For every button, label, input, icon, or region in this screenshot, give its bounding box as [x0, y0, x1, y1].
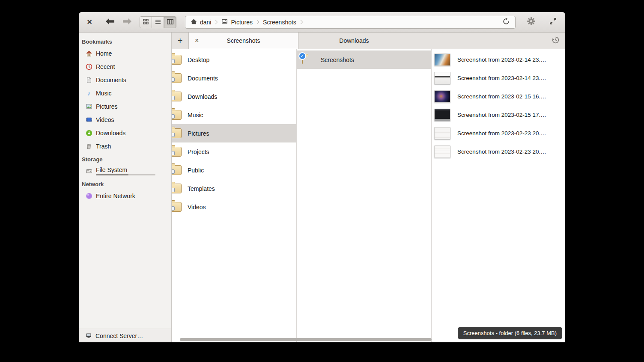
folder-row-templates[interactable]: Templates — [172, 179, 296, 198]
sidebar-item-music[interactable]: ♪ Music — [79, 86, 171, 100]
folder-row-desktop[interactable]: Desktop — [172, 50, 296, 69]
sidebar-item-label: Music — [96, 90, 112, 97]
connect-server-label: Connect Server… — [95, 332, 143, 339]
folder-row-downloads[interactable]: Downloads — [172, 87, 296, 106]
sidebar-item-videos[interactable]: Videos — [79, 113, 171, 126]
folder-row-music[interactable]: Music — [172, 106, 296, 124]
folder-icon — [172, 92, 182, 101]
file-row[interactable]: Screenshot from 2023-02-14 23.… — [432, 50, 565, 69]
folder-emblem-icon — [172, 133, 175, 137]
disk-usage-fill — [96, 174, 128, 175]
sidebar-heading-network: Network — [79, 178, 171, 189]
folder-emblem-icon — [172, 188, 175, 192]
expand-icon — [549, 18, 557, 27]
server-icon — [85, 332, 92, 339]
column-view-button[interactable] — [164, 17, 176, 28]
folder-icon — [172, 55, 182, 65]
status-tooltip: Screenshots - folder (6 files, 23.7 MB) — [458, 327, 562, 339]
drive-icon — [85, 167, 92, 175]
settings-button[interactable] — [525, 16, 537, 28]
sidebar-heading-storage: Storage — [79, 153, 171, 164]
sidebar-item-label: Home — [96, 50, 112, 57]
folder-row-documents[interactable]: Documents — [172, 69, 296, 87]
breadcrumb-label: Screenshots — [263, 19, 296, 26]
window-body: Bookmarks Home Recent Documents ♪ Music … — [79, 33, 565, 342]
folder-icon — [172, 128, 182, 138]
sidebar-item-label: Documents — [96, 77, 126, 83]
tab-screenshots[interactable]: × Screenshots — [188, 33, 298, 49]
sidebar-item-downloads[interactable]: Downloads — [79, 126, 171, 139]
photo-icon — [85, 103, 92, 110]
path-bar[interactable]: dani Pictures Screenshots — [185, 16, 516, 29]
column-home-folders: Desktop Documents Downloads Music — [172, 49, 297, 342]
refresh-icon — [503, 18, 510, 27]
sidebar-item-file-system[interactable]: File System — [79, 164, 171, 178]
folder-row-screenshots[interactable]: ✓ Screenshots — [297, 50, 431, 69]
file-thumbnail — [434, 72, 450, 84]
folder-row-projects[interactable]: Projects — [172, 142, 296, 161]
back-button[interactable] — [105, 18, 115, 27]
horizontal-scrollbar[interactable] — [180, 338, 432, 341]
fullscreen-button[interactable] — [547, 17, 558, 28]
file-row[interactable]: Screenshot from 2023-02-23 20.… — [432, 124, 565, 142]
grid-view-icon — [143, 18, 149, 26]
music-note-icon: ♪ — [85, 89, 92, 97]
file-row[interactable]: Screenshot from 2023-02-15 17.… — [432, 106, 565, 124]
sidebar-item-recent[interactable]: Recent — [79, 60, 171, 73]
folder-row-pictures[interactable]: Pictures — [172, 124, 296, 142]
selected-check-badge: ✓ — [298, 52, 306, 60]
tabbar-spacer — [410, 33, 546, 49]
file-manager-window: × dani — [79, 12, 565, 342]
folder-row-public[interactable]: Public — [172, 161, 296, 179]
sidebar-item-label: Videos — [96, 116, 114, 123]
sidebar-item-entire-network[interactable]: Entire Network — [79, 189, 171, 202]
pictures-icon — [221, 18, 228, 26]
breadcrumb-label: Pictures — [231, 19, 253, 26]
sidebar-spacer — [79, 202, 171, 329]
header-bar: × dani — [79, 12, 565, 33]
sidebar-item-pictures[interactable]: Pictures — [79, 100, 171, 113]
sidebar-item-trash[interactable]: Trash — [79, 139, 171, 153]
refresh-button[interactable] — [501, 17, 511, 27]
window-close-button[interactable]: × — [84, 17, 95, 28]
sidebar: Bookmarks Home Recent Documents ♪ Music … — [79, 33, 172, 342]
folder-icon — [172, 110, 182, 120]
grid-view-button[interactable] — [140, 17, 152, 28]
view-mode-switcher — [140, 16, 176, 28]
sidebar-item-documents[interactable]: Documents — [79, 73, 171, 86]
forward-button[interactable] — [122, 18, 132, 27]
connect-server-button[interactable]: Connect Server… — [79, 329, 171, 342]
tab-history-button[interactable] — [546, 33, 565, 49]
tab-downloads[interactable]: Downloads — [298, 33, 410, 49]
file-thumbnail — [434, 127, 450, 139]
folder-row-videos[interactable]: Videos — [172, 198, 296, 216]
disk-usage-bar — [96, 174, 155, 175]
folder-emblem-icon — [172, 77, 175, 82]
tab-close-icon[interactable]: × — [195, 37, 199, 44]
file-row[interactable]: Screenshot from 2023-02-15 16.… — [432, 87, 565, 106]
file-row[interactable]: Screenshot from 2023-02-23 20.… — [432, 142, 565, 161]
sidebar-item-label: File System — [96, 166, 155, 173]
sidebar-item-label: Pictures — [96, 103, 118, 110]
breadcrumb-home[interactable]: dani — [189, 18, 212, 26]
folder-emblem-icon — [172, 59, 175, 63]
file-thumbnail — [434, 109, 450, 121]
breadcrumb-pictures[interactable]: Pictures — [220, 18, 254, 26]
sidebar-item-label: Trash — [96, 143, 111, 150]
folder-icon — [172, 73, 182, 83]
column-screenshots-contents: Screenshot from 2023-02-14 23.… Screensh… — [432, 49, 565, 342]
new-tab-button[interactable]: + — [172, 33, 188, 49]
folder-icon — [172, 202, 182, 212]
folder-icon-wrap: ✓ — [302, 56, 315, 64]
sidebar-item-home[interactable]: Home — [79, 47, 171, 60]
file-thumbnail — [434, 53, 450, 66]
breadcrumb-separator-icon — [214, 20, 218, 24]
breadcrumb-label: dani — [200, 19, 211, 26]
sidebar-item-label: Entire Network — [96, 193, 135, 199]
forward-arrow-icon — [122, 18, 132, 27]
sidebar-item-label: Recent — [96, 63, 115, 70]
list-view-button[interactable] — [152, 17, 164, 28]
file-row[interactable]: Screenshot from 2023-02-14 23.… — [432, 69, 565, 87]
sidebar-heading-bookmarks: Bookmarks — [79, 35, 171, 47]
breadcrumb-screenshots[interactable]: Screenshots — [262, 19, 298, 26]
